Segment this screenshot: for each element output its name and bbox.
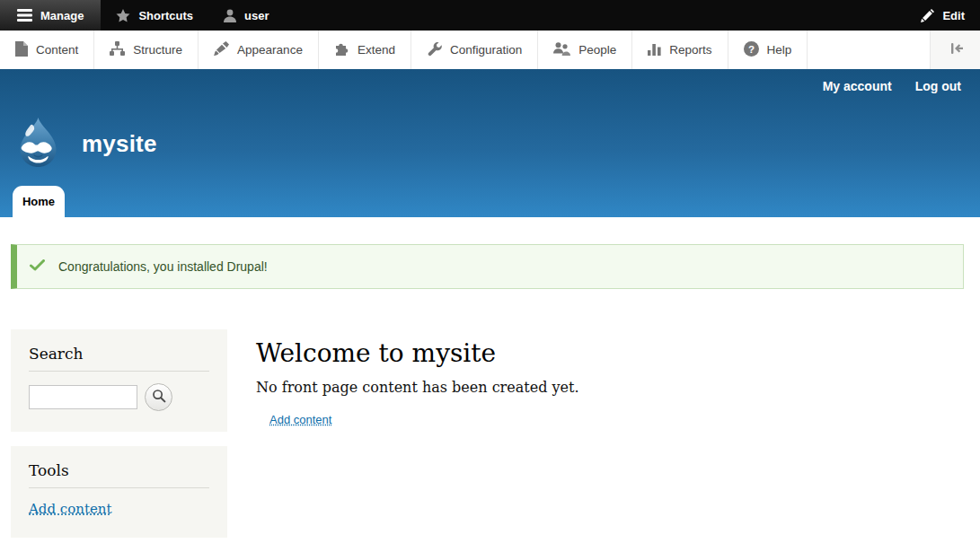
admin-tab-label: Manage bbox=[40, 9, 84, 22]
toolbar-tab-appearance[interactable]: Appearance bbox=[199, 31, 319, 69]
my-account-link[interactable]: My account bbox=[823, 79, 892, 93]
tools-block-title: Tools bbox=[29, 461, 209, 488]
layout-columns: Search Tools Add content Welcome bbox=[0, 329, 980, 552]
toolbar-tab-people[interactable]: People bbox=[538, 31, 632, 69]
page-content: Congratulations, you installed Drupal! S… bbox=[0, 244, 980, 552]
paintbrush-icon bbox=[214, 41, 229, 58]
document-icon bbox=[15, 41, 28, 59]
site-header: My account Log out mysite Ho bbox=[0, 69, 980, 217]
admin-tab-label: Shortcuts bbox=[138, 9, 193, 22]
toolbar-tab-label: Content bbox=[36, 43, 78, 57]
admin-bar-spacer bbox=[285, 0, 906, 31]
main-content: Welcome to mysite No front page content … bbox=[256, 329, 980, 427]
edit-button-label: Edit bbox=[942, 9, 965, 22]
toolbar-tab-label: Reports bbox=[669, 43, 711, 57]
site-branding: mysite bbox=[13, 117, 157, 171]
admin-tab-user[interactable]: user bbox=[208, 0, 284, 31]
toolbar-spacer bbox=[808, 31, 930, 69]
admin-tab-manage[interactable]: Manage bbox=[0, 0, 101, 31]
tools-menu: Add content bbox=[29, 501, 209, 517]
status-message: Congratulations, you installed Drupal! bbox=[11, 244, 964, 289]
site-name[interactable]: mysite bbox=[82, 130, 157, 158]
toolbar-tab-content[interactable]: Content bbox=[0, 31, 94, 69]
search-block-title: Search bbox=[29, 345, 209, 372]
search-submit-button[interactable] bbox=[145, 383, 172, 411]
collapse-left-icon bbox=[948, 42, 964, 57]
admin-tab-label: user bbox=[244, 9, 269, 22]
toolbar-orientation-toggle[interactable] bbox=[930, 31, 980, 69]
tab-home[interactable]: Home bbox=[13, 186, 65, 217]
pencil-icon bbox=[921, 9, 934, 22]
checkmark-icon bbox=[30, 259, 45, 274]
add-content-link[interactable]: Add content bbox=[269, 413, 331, 426]
people-icon bbox=[553, 41, 570, 58]
svg-text:?: ? bbox=[748, 43, 755, 54]
toolbar-tab-label: People bbox=[578, 43, 616, 57]
search-input[interactable] bbox=[29, 385, 137, 409]
toolbar-tab-extend[interactable]: Extend bbox=[319, 31, 411, 69]
edit-button[interactable]: Edit bbox=[905, 0, 980, 31]
toolbar-tab-structure[interactable]: Structure bbox=[94, 31, 199, 69]
search-block: Search bbox=[11, 329, 227, 432]
toolbar-tab-help[interactable]: ? Help bbox=[728, 31, 808, 69]
user-icon bbox=[224, 9, 236, 22]
sidebar-first: Search Tools Add content bbox=[11, 329, 227, 552]
toolbar-tab-label: Extend bbox=[358, 43, 395, 57]
toolbar-tab-label: Configuration bbox=[450, 43, 522, 57]
star-icon bbox=[116, 9, 130, 22]
toolbar-tab-configuration[interactable]: Configuration bbox=[411, 31, 538, 69]
search-icon bbox=[152, 389, 166, 406]
empty-frontpage-text: No front page content has been created y… bbox=[256, 379, 980, 396]
tools-block: Tools Add content bbox=[11, 446, 227, 538]
secondary-menu: My account Log out bbox=[823, 79, 961, 93]
log-out-link[interactable]: Log out bbox=[915, 79, 961, 93]
help-icon: ? bbox=[744, 41, 759, 59]
toolbar-tab-reports[interactable]: Reports bbox=[632, 31, 728, 69]
admin-tab-shortcuts[interactable]: Shortcuts bbox=[101, 0, 208, 31]
search-form bbox=[29, 383, 209, 411]
sidebar-add-content-link[interactable]: Add content bbox=[29, 501, 112, 517]
admin-toolbar-bar: Manage Shortcuts user Edit bbox=[0, 0, 980, 31]
hamburger-icon bbox=[17, 9, 32, 22]
toolbar-tab-label: Structure bbox=[133, 43, 182, 57]
page-title: Welcome to mysite bbox=[256, 338, 980, 368]
drupal-logo[interactable] bbox=[13, 117, 64, 171]
toolbar-tab-label: Help bbox=[767, 43, 792, 57]
sitemap-icon bbox=[110, 41, 125, 58]
admin-toolbar-tray: Content Structure Appearance Extend Conf… bbox=[0, 31, 980, 69]
tab-home-label: Home bbox=[22, 195, 55, 208]
wrench-icon bbox=[427, 41, 442, 59]
toolbar-tab-label: Appearance bbox=[237, 43, 303, 57]
barchart-icon bbox=[648, 42, 661, 58]
puzzle-icon bbox=[334, 41, 349, 58]
status-message-text: Congratulations, you installed Drupal! bbox=[58, 259, 268, 274]
